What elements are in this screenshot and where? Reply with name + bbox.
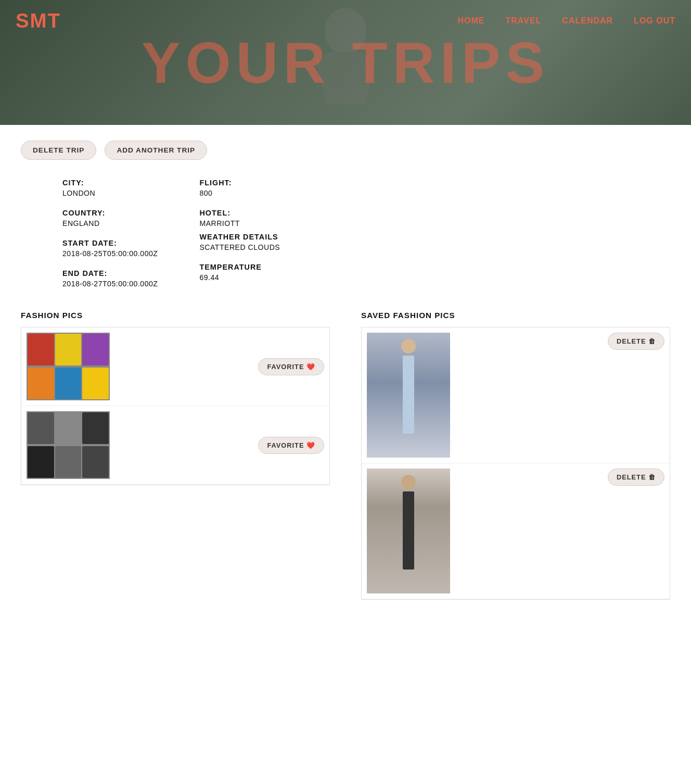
trip-details: CITY: LONDON COUNTRY: ENGLAND START DATE… [21,179,670,290]
list-item: DELETE 🗑 [362,463,670,599]
color-swatch [82,412,109,444]
temperature-block: TEMPERATURE 69.44 [199,263,280,282]
favorite-button[interactable]: FAVORITE ❤️ [258,437,324,454]
temp-label: TEMPERATURE [199,263,280,271]
city-label: CITY: [62,179,158,187]
nav-calendar[interactable]: CALENDAR [562,16,613,26]
flight-label: FLIGHT: [199,179,280,187]
end-date-block: END DATE: 2018-08-27T05:00:00.000Z [62,269,158,288]
saved-fashion-list: DELETE 🗑 DELETE 🗑 [361,327,670,600]
hotel-label: HOTEL: [199,209,280,217]
country-block: COUNTRY: ENGLAND [62,209,158,227]
color-swatch [55,334,82,365]
color-swatch [28,368,54,399]
city-block: CITY: LONDON [62,179,158,197]
site-logo[interactable]: SMT [16,9,61,32]
fashion-sections: FASHION PICS [21,311,670,600]
list-item: FAVORITE ❤️ [21,406,329,485]
trip-left-column: CITY: LONDON COUNTRY: ENGLAND START DATE… [62,179,158,290]
color-swatch [55,412,82,444]
fashion-pics-column: FASHION PICS [21,311,330,485]
end-date-label: END DATE: [62,269,158,277]
flight-value: 800 [199,189,280,197]
country-value: ENGLAND [62,219,158,227]
color-swatch [82,368,109,399]
fashion-image [27,411,110,479]
model-head [401,339,416,353]
flight-block: FLIGHT: 800 [199,179,280,197]
fashion-pics-list[interactable]: FAVORITE ❤️ [21,327,330,485]
hotel-block: HOTEL: MARRIOTT WEATHER DETAILS SCATTERE… [199,209,280,251]
end-date-value: 2018-08-27T05:00:00.000Z [62,280,158,288]
color-swatch [28,446,54,478]
delete-saved-button[interactable]: DELETE 🗑 [608,333,664,350]
model-head [401,475,416,489]
delete-saved-button[interactable]: DELETE 🗑 [608,469,664,486]
city-value: LONDON [62,189,158,197]
action-buttons: DELETE TRIP ADD ANOTHER TRIP [21,141,670,160]
saved-fashion-pics-column: SAVED FASHION PICS DELETE 🗑 [361,311,670,600]
navbar: SMT HOME TRAVEL CALENDAR LOG OUT [0,0,691,42]
color-swatch [28,412,54,444]
saved-fashion-pics-title: SAVED FASHION PICS [361,311,670,320]
color-swatch [82,334,109,365]
nav-links: HOME TRAVEL CALENDAR LOG OUT [458,16,675,26]
delete-trip-button[interactable]: DELETE TRIP [21,141,96,160]
color-swatch [55,368,82,399]
country-label: COUNTRY: [62,209,158,217]
saved-fashion-image [367,333,450,458]
color-swatch [55,446,82,478]
fashion-pics-title: FASHION PICS [21,311,330,320]
color-swatch [82,446,109,478]
temp-value: 69.44 [199,273,280,282]
nav-travel[interactable]: TRAVEL [506,16,542,26]
weather-value: SCATTERED CLOUDS [199,243,280,251]
model-body [403,356,414,434]
list-item: DELETE 🗑 [362,327,670,463]
start-date-block: START DATE: 2018-08-25T05:00:00.000Z [62,239,158,258]
add-trip-button[interactable]: ADD ANOTHER TRIP [105,141,207,160]
nav-home[interactable]: HOME [458,16,485,26]
model-body [403,491,414,570]
main-content: DELETE TRIP ADD ANOTHER TRIP CITY: LONDO… [0,125,691,615]
fashion-image [27,333,110,400]
favorite-button[interactable]: FAVORITE ❤️ [258,358,324,375]
color-swatch [28,334,54,365]
list-item: FAVORITE ❤️ [21,327,329,406]
saved-fashion-image [367,469,450,593]
hotel-value: MARRIOTT [199,219,280,227]
model-figure [393,339,424,453]
start-date-label: START DATE: [62,239,158,247]
nav-logout[interactable]: LOG OUT [634,16,675,26]
weather-label: WEATHER DETAILS [199,233,280,241]
trip-right-column: FLIGHT: 800 HOTEL: MARRIOTT WEATHER DETA… [199,179,280,290]
start-date-value: 2018-08-25T05:00:00.000Z [62,249,158,258]
model-figure [393,475,424,589]
